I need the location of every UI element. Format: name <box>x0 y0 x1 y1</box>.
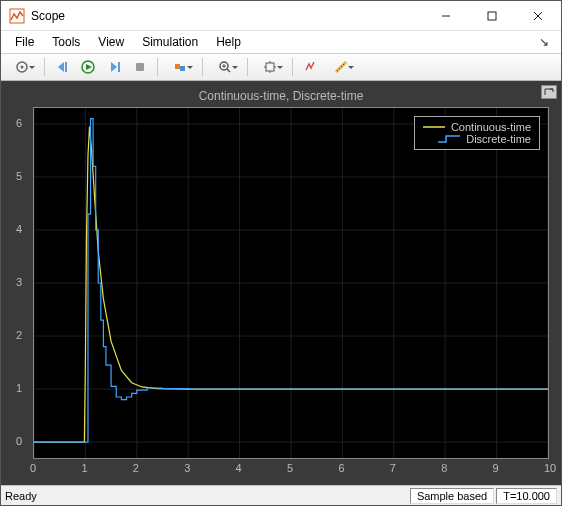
x-tick-label: 10 <box>544 462 556 474</box>
svg-rect-2 <box>488 12 496 20</box>
legend-swatch-icon <box>423 122 445 132</box>
triggers-button[interactable] <box>298 56 322 78</box>
svg-point-6 <box>21 66 24 69</box>
step-back-button[interactable] <box>50 56 74 78</box>
x-tick-label: 1 <box>81 462 87 474</box>
separator <box>292 58 293 76</box>
measurements-button[interactable] <box>324 56 358 78</box>
legend-entry-continuous: Continuous-time <box>423 121 531 133</box>
y-tick-label: 3 <box>16 276 28 288</box>
chart-axes[interactable]: Continuous-time Discrete-time 0123456789… <box>33 107 549 459</box>
svg-rect-10 <box>136 63 144 71</box>
y-tick-label: 5 <box>16 170 28 182</box>
x-tick-label: 0 <box>30 462 36 474</box>
y-tick-label: 0 <box>16 435 28 447</box>
menu-help[interactable]: Help <box>208 33 249 51</box>
svg-line-14 <box>227 69 230 72</box>
run-button[interactable] <box>76 56 100 78</box>
titlebar: Scope <box>1 1 561 31</box>
svg-rect-12 <box>180 66 185 71</box>
x-tick-label: 5 <box>287 462 293 474</box>
menu-simulation[interactable]: Simulation <box>134 33 206 51</box>
separator <box>157 58 158 76</box>
x-tick-label: 6 <box>338 462 344 474</box>
plot-panel: Continuous-time, Discrete-time Continuou… <box>1 81 561 485</box>
x-tick-label: 9 <box>493 462 499 474</box>
x-tick-label: 8 <box>441 462 447 474</box>
legend[interactable]: Continuous-time Discrete-time <box>414 116 540 150</box>
maximize-button[interactable] <box>469 1 515 31</box>
status-mode: Sample based <box>410 488 494 504</box>
maximize-axes-icon[interactable] <box>541 85 557 99</box>
window-title: Scope <box>31 9 423 23</box>
zoom-button[interactable] <box>208 56 242 78</box>
menu-file[interactable]: File <box>7 33 42 51</box>
separator <box>202 58 203 76</box>
scope-window: Scope File Tools View Simulation Help ↘ … <box>0 0 562 506</box>
separator <box>247 58 248 76</box>
svg-rect-0 <box>10 9 24 23</box>
toolbar <box>1 53 561 81</box>
x-tick-label: 3 <box>184 462 190 474</box>
dock-arrow-icon[interactable]: ↘ <box>533 33 555 51</box>
y-tick-label: 6 <box>16 117 28 129</box>
app-icon <box>9 8 25 24</box>
close-button[interactable] <box>515 1 561 31</box>
stop-button[interactable] <box>128 56 152 78</box>
svg-rect-9 <box>118 62 120 72</box>
legend-entry-discrete: Discrete-time <box>423 133 531 145</box>
y-tick-label: 2 <box>16 329 28 341</box>
step-forward-button[interactable] <box>102 56 126 78</box>
highlight-block-button[interactable] <box>163 56 197 78</box>
legend-swatch-icon <box>438 134 460 144</box>
legend-label: Discrete-time <box>466 133 531 145</box>
autoscale-button[interactable] <box>253 56 287 78</box>
minimize-button[interactable] <box>423 1 469 31</box>
svg-rect-7 <box>65 62 67 72</box>
y-tick-label: 1 <box>16 382 28 394</box>
chart-title: Continuous-time, Discrete-time <box>7 87 555 107</box>
statusbar: Ready Sample based T=10.000 <box>1 485 561 505</box>
configure-button[interactable] <box>5 56 39 78</box>
y-tick-label: 4 <box>16 223 28 235</box>
status-time: T=10.000 <box>496 488 557 504</box>
menu-view[interactable]: View <box>90 33 132 51</box>
separator <box>44 58 45 76</box>
legend-label: Continuous-time <box>451 121 531 133</box>
menubar: File Tools View Simulation Help ↘ <box>1 31 561 53</box>
svg-rect-11 <box>175 64 180 69</box>
status-ready: Ready <box>5 490 37 502</box>
x-tick-label: 4 <box>236 462 242 474</box>
x-tick-label: 2 <box>133 462 139 474</box>
svg-rect-17 <box>266 63 274 71</box>
x-tick-label: 7 <box>390 462 396 474</box>
menu-tools[interactable]: Tools <box>44 33 88 51</box>
